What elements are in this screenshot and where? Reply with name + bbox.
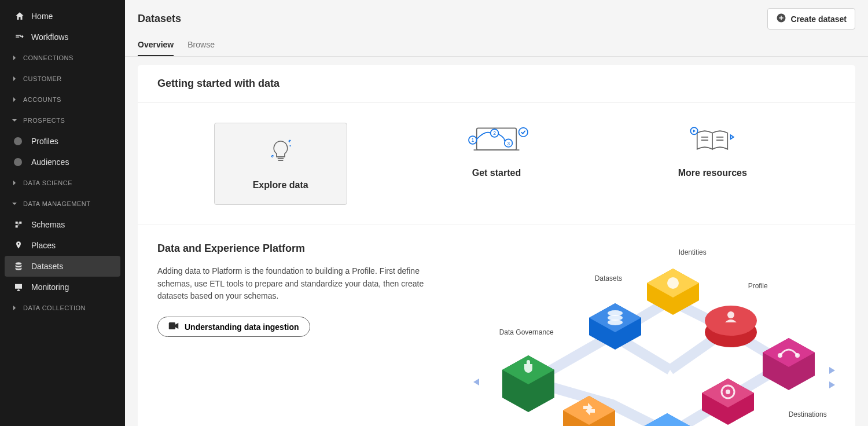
- svg-text:3: 3: [507, 141, 510, 146]
- diagram-label-governance: Data Governance: [499, 328, 554, 336]
- svg-point-21: [726, 390, 730, 394]
- card-title: Explore data: [220, 180, 341, 190]
- sidebar-section-data-collection[interactable]: DATA COLLECTION: [0, 298, 125, 318]
- sidebar-item-label: Datasets: [31, 262, 63, 271]
- getting-started-panel: Getting started with data Explore data: [138, 65, 855, 426]
- svg-point-17: [727, 311, 734, 318]
- sidebar-item-workflows[interactable]: Workflows: [0, 27, 125, 47]
- schema-icon: [14, 219, 25, 230]
- svg-text:1: 1: [471, 137, 474, 143]
- page-title: Datasets: [138, 13, 181, 25]
- svg-point-14: [608, 320, 623, 325]
- section-heading: Data and Experience Platform: [157, 243, 456, 255]
- diagram-label-datasets: Datasets: [595, 274, 622, 282]
- laptop-steps-icon: 1 2 3: [430, 123, 563, 157]
- card-title: More resources: [646, 168, 779, 178]
- diagram-label-identities: Identities: [679, 248, 707, 256]
- button-label: Create dataset: [791, 14, 847, 24]
- book-media-icon: [646, 123, 779, 157]
- platform-diagram: Identities Datasets Profile Data Governa…: [473, 243, 844, 426]
- sidebar-item-places[interactable]: Places: [0, 235, 125, 256]
- card-explore-data[interactable]: Explore data: [214, 123, 347, 205]
- chevron-right-icon: [12, 97, 20, 102]
- section-label: PROSPECTS: [23, 117, 65, 124]
- section-text: Data and Experience Platform Adding data…: [157, 243, 456, 426]
- video-icon: [168, 322, 179, 332]
- sidebar-item-label: Home: [31, 12, 53, 21]
- sidebar-item-label: Schemas: [31, 220, 65, 229]
- chevron-right-icon: [12, 180, 20, 186]
- svg-point-18: [778, 353, 782, 358]
- chevron-right-icon: [12, 55, 20, 61]
- sidebar-section-customer[interactable]: CUSTOMER: [0, 68, 125, 89]
- workflows-icon: [14, 32, 25, 42]
- sidebar-item-label: Profiles: [31, 137, 58, 146]
- cards-row: Explore data 1 2 3 Ge: [138, 103, 855, 225]
- card-more-resources[interactable]: More resources: [646, 123, 779, 205]
- section-body: Data and Experience Platform Adding data…: [138, 225, 855, 426]
- button-label: Understanding data ingestion: [185, 322, 299, 332]
- svg-point-8: [519, 128, 528, 137]
- sidebar-section-data-science[interactable]: DATA SCIENCE: [0, 172, 125, 193]
- sidebar-item-label: Audiences: [31, 157, 69, 167]
- plus-circle-icon: [776, 13, 786, 25]
- dot-icon: [14, 136, 25, 146]
- sidebar: Home Workflows CONNECTIONS CUSTOMER ACCO…: [0, 0, 125, 426]
- sidebar-item-home[interactable]: Home: [0, 6, 125, 27]
- main-content: Datasets Create dataset Overview Browse …: [125, 0, 868, 426]
- create-dataset-button[interactable]: Create dataset: [767, 8, 856, 30]
- svg-point-19: [795, 353, 800, 358]
- sidebar-item-audiences[interactable]: Audiences: [0, 152, 125, 172]
- section-label: DATA SCIENCE: [23, 179, 72, 186]
- database-icon: [14, 261, 25, 271]
- sidebar-section-accounts[interactable]: ACCOUNTS: [0, 89, 125, 110]
- section-label: CUSTOMER: [23, 75, 62, 82]
- tabs: Overview Browse: [125, 30, 868, 57]
- tab-browse[interactable]: Browse: [187, 40, 215, 56]
- content-area: Getting started with data Explore data: [125, 57, 868, 426]
- tab-overview[interactable]: Overview: [138, 40, 174, 56]
- chevron-right-icon: [12, 76, 20, 82]
- section-label: CONNECTIONS: [23, 54, 73, 61]
- section-label: DATA COLLECTION: [23, 304, 86, 311]
- section-label: ACCOUNTS: [23, 96, 61, 103]
- home-icon: [14, 11, 25, 21]
- sidebar-item-schemas[interactable]: Schemas: [0, 214, 125, 235]
- sidebar-section-connections[interactable]: CONNECTIONS: [0, 47, 125, 68]
- sidebar-item-label: Workflows: [31, 32, 68, 42]
- chevron-down-icon: [12, 201, 20, 207]
- svg-rect-10: [169, 322, 175, 329]
- panel-title: Getting started with data: [138, 65, 855, 103]
- lightbulb-icon: [220, 135, 341, 170]
- pin-icon: [14, 240, 25, 251]
- sidebar-item-datasets[interactable]: Datasets: [5, 256, 120, 277]
- dot-icon: [14, 157, 25, 167]
- sidebar-item-profiles[interactable]: Profiles: [0, 131, 125, 152]
- sidebar-section-data-management[interactable]: DATA MANAGEMENT: [0, 193, 125, 214]
- understanding-ingestion-button[interactable]: Understanding data ingestion: [157, 317, 310, 337]
- sidebar-item-label: Places: [31, 241, 56, 250]
- chevron-down-icon: [12, 117, 20, 123]
- page-header: Datasets Create dataset: [125, 0, 868, 30]
- card-get-started[interactable]: 1 2 3 Get started: [430, 123, 563, 205]
- monitor-icon: [14, 282, 25, 292]
- chevron-right-icon: [12, 305, 20, 311]
- svg-point-11: [667, 277, 679, 289]
- diagram-label-destinations: Destinations: [789, 410, 827, 418]
- sidebar-item-monitoring[interactable]: Monitoring: [0, 277, 125, 298]
- sidebar-item-label: Monitoring: [31, 282, 69, 292]
- section-label: DATA MANAGEMENT: [23, 200, 91, 207]
- svg-text:2: 2: [493, 130, 496, 136]
- sidebar-section-prospects[interactable]: PROSPECTS: [0, 110, 125, 131]
- card-title: Get started: [430, 168, 563, 178]
- section-paragraph: Adding data to Platform is the foundatio…: [157, 265, 456, 303]
- diagram-label-profile: Profile: [748, 282, 768, 290]
